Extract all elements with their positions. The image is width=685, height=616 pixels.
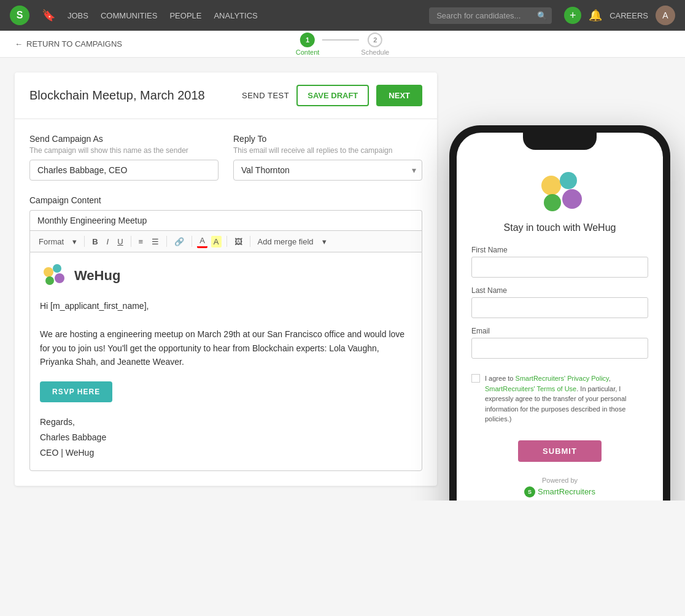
phone-screen-content: Stay in touch with WeHug First Name Last… (457, 157, 663, 501)
editor-toolbar: Format ▾ B I U ≡ ☰ 🔗 A A 🖼 (29, 230, 422, 252)
unordered-list-button[interactable]: ☰ (149, 236, 161, 248)
phone-powered-by: Powered by (542, 477, 578, 484)
phone-notch (523, 133, 597, 150)
toolbar-separator-4 (192, 236, 192, 247)
underline-button[interactable]: U (115, 236, 125, 248)
sr-logo-text: SmartRecruiters (538, 487, 595, 496)
toolbar-separator-5 (226, 236, 227, 247)
nav-jobs[interactable]: JOBS (68, 11, 88, 20)
nav-communities[interactable]: COMMUNITIES (101, 11, 157, 20)
font-color-button[interactable]: A (197, 235, 207, 248)
image-button[interactable]: 🖼 (232, 236, 245, 248)
sr-logo-circle: S (524, 486, 535, 497)
avatar[interactable]: A (656, 6, 675, 25)
notifications-bell-icon[interactable]: 🔔 (589, 9, 602, 22)
svg-point-6 (562, 189, 582, 209)
arrow-left-icon: ← (15, 39, 23, 49)
send-as-input[interactable] (29, 160, 219, 181)
svg-point-2 (55, 273, 64, 283)
step-2-schedule[interactable]: 2 Schedule (361, 33, 389, 56)
email-logo-row: WeHug (40, 262, 412, 289)
nav-right-actions: + 🔔 CAREERS A (564, 6, 675, 25)
nav-analytics[interactable]: ANALYTICS (214, 11, 257, 20)
search-wrapper: 🔍 (429, 7, 552, 24)
email-subject-input[interactable] (29, 210, 422, 230)
italic-button[interactable]: I (104, 236, 112, 248)
phone-email-input[interactable] (471, 338, 648, 359)
bookmark-icon[interactable]: 🔖 (42, 9, 55, 22)
rsvp-button[interactable]: RSVP HERE (40, 381, 112, 402)
return-label: RETURN TO CAMPAIGNS (26, 39, 122, 49)
toolbar-separator-6 (250, 236, 250, 247)
email-sender-title: CEO | WeHug (40, 445, 412, 461)
smartrecruiters-logo: S SmartRecruiters (524, 486, 595, 497)
app-logo[interactable]: S (10, 6, 29, 25)
add-button[interactable]: + (564, 7, 581, 24)
format-dropdown[interactable]: Format (36, 236, 66, 248)
email-editor-body[interactable]: WeHug Hi [m_applicant_first_name], We ar… (29, 252, 422, 471)
search-icon: 🔍 (537, 11, 547, 20)
campaign-content-section: Campaign Content Format ▾ B I U ≡ ☰ 🔗 (15, 195, 437, 486)
phone-last-name-input[interactable] (471, 297, 648, 318)
campaign-title: Blockchain Meetup, March 2018 (29, 88, 205, 103)
email-body-text: We are hosting a engineering meetup on M… (40, 327, 412, 368)
send-as-label: Send Campaign As (29, 134, 219, 144)
phone-first-name-label: First Name (471, 246, 648, 254)
bold-button[interactable]: B (90, 236, 100, 248)
email-signature: Regards, Charles Babbage CEO | WeHug (40, 415, 412, 461)
nav-people[interactable]: PEOPLE (169, 11, 201, 20)
step-connector (322, 39, 358, 41)
return-to-campaigns-link[interactable]: ← RETURN TO CAMPAIGNS (15, 39, 122, 49)
campaign-content-label: Campaign Content (29, 195, 422, 205)
subheader: ← RETURN TO CAMPAIGNS 1 Content 2 Schedu… (0, 31, 685, 58)
ordered-list-button[interactable]: ≡ (136, 236, 146, 248)
nav-links: JOBS COMMUNITIES PEOPLE ANALYTICS (68, 11, 258, 20)
merge-field-button[interactable]: Add merge field (255, 236, 316, 248)
send-test-button[interactable]: SEND TEST (242, 91, 289, 100)
phone-preview: Stay in touch with WeHug First Name Last… (449, 125, 670, 501)
step-2-label: Schedule (361, 49, 389, 56)
step-1-label: Content (296, 49, 320, 56)
terms-link[interactable]: SmartRecruiters' Terms of Use (485, 385, 576, 392)
phone-first-name-input[interactable] (471, 257, 648, 278)
phone-email-label: Email (471, 327, 648, 335)
email-greeting: Hi [m_applicant_first_name], (40, 299, 412, 313)
phone-outer: Stay in touch with WeHug First Name Last… (449, 125, 670, 501)
link-button[interactable]: 🔗 (172, 236, 187, 248)
wehug-brand-name: WeHug (74, 268, 120, 284)
search-input[interactable] (429, 7, 552, 24)
step-2-circle: 2 (368, 33, 382, 47)
careers-label: CAREERS (610, 11, 648, 20)
phone-preview-heading: Stay in touch with WeHug (504, 222, 616, 233)
svg-point-3 (45, 276, 54, 285)
phone-submit-button[interactable]: SUBMIT (518, 440, 602, 462)
sender-reply-row: Send Campaign As The campaign will show … (29, 134, 422, 181)
reply-to-select[interactable]: Val Thornton Charles Babbage, CEO (233, 160, 422, 181)
phone-last-name-group: Last Name (471, 286, 648, 318)
phone-consent-checkbox[interactable] (471, 374, 480, 383)
save-draft-button[interactable]: SAVE DRAFT (296, 85, 369, 106)
email-sender-name: Charles Babbage (40, 430, 412, 445)
step-1-content[interactable]: 1 Content (296, 33, 320, 56)
send-as-sublabel: The campaign will show this name as the … (29, 146, 219, 155)
step-wizard: 1 Content 2 Schedule (296, 33, 389, 56)
phone-consent-text: I agree to SmartRecruiters' Privacy Poli… (485, 373, 648, 424)
svg-point-1 (53, 264, 61, 273)
campaign-actions: SEND TEST SAVE DRAFT NEXT (242, 85, 422, 106)
top-navigation: S 🔖 JOBS COMMUNITIES PEOPLE ANALYTICS 🔍 … (0, 0, 685, 31)
phone-screen: Stay in touch with WeHug First Name Last… (457, 133, 663, 501)
next-button[interactable]: NEXT (376, 85, 422, 106)
font-bg-button[interactable]: A (211, 236, 222, 248)
campaign-card: Blockchain Meetup, March 2018 SEND TEST … (15, 72, 437, 486)
toolbar-separator-3 (166, 236, 167, 247)
main-content: Blockchain Meetup, March 2018 SEND TEST … (0, 58, 685, 501)
phone-wehug-logo (535, 170, 584, 212)
left-panel: Blockchain Meetup, March 2018 SEND TEST … (15, 72, 437, 486)
toolbar-separator (84, 236, 85, 247)
merge-field-chevron-icon: ▾ (320, 236, 329, 248)
svg-point-0 (44, 267, 53, 277)
step-1-circle: 1 (300, 33, 315, 47)
svg-point-4 (541, 176, 561, 195)
privacy-policy-link[interactable]: SmartRecruiters' Privacy Policy (516, 375, 609, 382)
campaign-header: Blockchain Meetup, March 2018 SEND TEST … (15, 72, 437, 119)
